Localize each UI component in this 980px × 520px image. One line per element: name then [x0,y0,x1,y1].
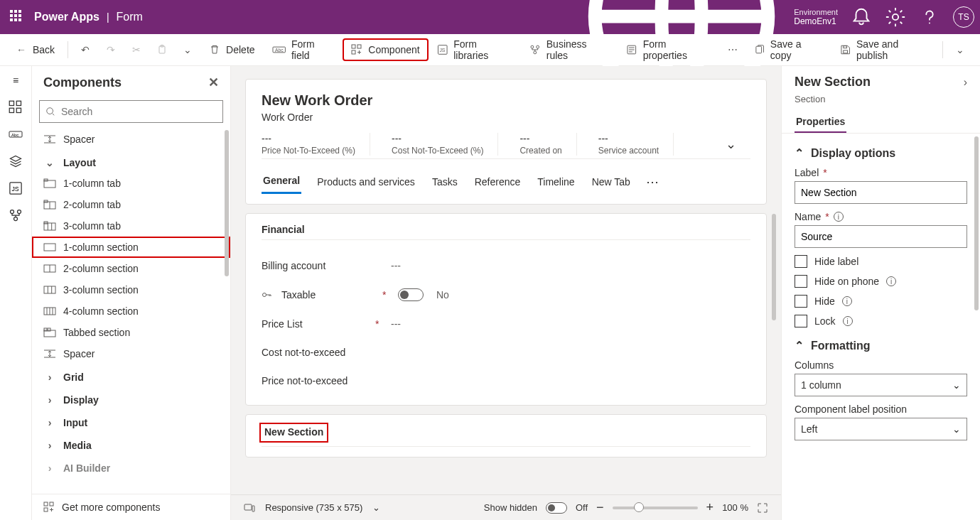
tab-new[interactable]: New Tab [591,170,632,193]
delete-button[interactable]: Delete [202,40,262,60]
paste-chevron[interactable]: ⌄ [176,40,199,60]
comp-tabbed-section[interactable]: Tabbed section [32,322,230,343]
tab-reference[interactable]: Reference [473,170,522,193]
app-name[interactable]: Power Apps [34,11,99,23]
check-hide[interactable]: Hidei [795,295,967,308]
zoom-slider[interactable] [613,507,698,509]
header-chevron[interactable]: ⌄ [726,133,750,156]
comp-spacer-top[interactable]: Spacer [32,129,230,150]
chevron-right-icon[interactable]: › [964,76,967,89]
comp-3col-tab[interactable]: 3-column tab [32,215,230,237]
toggle-off[interactable] [398,288,424,301]
close-icon[interactable]: ✕ [208,75,219,90]
info-icon[interactable]: i [842,296,852,306]
group-grid[interactable]: ›Grid [32,364,230,387]
check-hide-label[interactable]: Hide label [795,255,967,268]
redo-button[interactable]: ↷ [99,40,122,60]
get-more-components[interactable]: Get more components [32,494,230,520]
comp-3col-section[interactable]: 3-column section [32,279,230,300]
prop-body[interactable]: ⌃Display options Label* Name*i Hide labe… [782,134,980,520]
tab-general[interactable]: General [262,169,301,194]
tab-tasks[interactable]: Tasks [431,170,459,193]
comp-2col-tab[interactable]: 2-column tab [32,194,230,215]
scrollbar[interactable] [974,136,979,310]
info-icon[interactable]: i [843,316,853,326]
comp-2col-section[interactable]: 2-column section [32,258,230,279]
check-lock[interactable]: Locki [795,315,967,327]
rail-rules-icon[interactable] [9,208,23,222]
rail-js-icon[interactable]: JS [9,181,23,195]
form-field-button[interactable]: AbcForm field [265,34,342,65]
business-rules-button[interactable]: Business rules [522,34,616,65]
field-price-list[interactable]: Price List * --- [262,310,750,338]
avatar[interactable]: TS [953,6,974,28]
checkbox[interactable] [795,255,807,268]
columns-select[interactable]: 1 column⌄ [795,374,967,396]
gear-icon[interactable] [885,6,906,28]
form-libraries-button[interactable]: JSForm libraries [430,34,520,65]
section-financial[interactable]: Financial Billing account --- Taxable * … [245,213,767,406]
fit-icon[interactable] [757,502,768,514]
tab-products[interactable]: Products and services [316,170,416,193]
search-input[interactable] [39,100,223,123]
hamburger-icon[interactable]: ≡ [9,73,23,87]
info-icon[interactable]: i [886,276,896,286]
show-hidden-toggle[interactable] [546,502,567,514]
undo-button[interactable]: ↶ [74,40,97,60]
scrollbar[interactable] [772,214,776,320]
header-col[interactable]: ---Price Not-To-Exceed (%) [262,133,370,156]
chevron-down-icon[interactable]: ⌄ [372,502,380,513]
tabs-more[interactable]: ⋯ [646,174,660,190]
group-layout[interactable]: ⌄Layout [32,150,230,173]
save-publish-button[interactable]: Save and publish [833,34,937,65]
header-col[interactable]: ---Cost Not-To-Exceed (%) [392,133,498,156]
tab-timeline[interactable]: Timeline [536,170,576,193]
comp-spacer[interactable]: Spacer [32,343,230,364]
cut-button[interactable]: ✂ [125,40,148,60]
field-taxable[interactable]: Taxable * No [262,280,750,310]
section-new[interactable]: New Section [245,414,767,457]
waffle-icon[interactable] [10,10,24,24]
group-media[interactable]: ›Media [32,433,230,455]
form-header-card[interactable]: New Work Order Work Order ---Price Not-T… [245,79,767,205]
scrollbar[interactable] [225,130,229,276]
component-button[interactable]: Component [344,40,426,60]
checkbox[interactable] [795,295,807,308]
field-billing-account[interactable]: Billing account --- [262,251,750,280]
group-display-options[interactable]: ⌃Display options [795,146,967,160]
rail-field-icon[interactable]: Abc [9,127,23,141]
check-hide-phone[interactable]: Hide on phonei [795,275,967,288]
bell-icon[interactable] [851,6,872,28]
checkbox[interactable] [795,275,807,288]
responsive-label[interactable]: Responsive (735 x 575) [265,502,362,513]
label-input[interactable] [795,181,967,204]
components-list[interactable]: Spacer ⌄Layout 1-column tab 2-column tab… [32,129,230,494]
rail-layers-icon[interactable] [9,154,23,168]
help-icon[interactable] [919,6,940,28]
search-field[interactable] [61,106,217,117]
name-input[interactable] [795,225,967,248]
header-col[interactable]: ---Service account [598,133,674,156]
more-commands[interactable]: ⋯ [721,40,744,60]
prop-tab-properties[interactable]: Properties [795,112,846,133]
group-formatting[interactable]: ⌃Formatting [795,339,967,352]
back-button[interactable]: ←Back [9,40,62,60]
rail-components-icon[interactable] [9,100,23,114]
checkbox[interactable] [795,315,807,327]
field-price-nte[interactable]: Price not-to-exceed [262,367,750,395]
save-copy-button[interactable]: Save a copy [747,34,830,65]
comp-1col-tab[interactable]: 1-column tab [32,173,230,194]
header-col[interactable]: ---Created on [519,133,576,156]
field-cost-nte[interactable]: Cost not-to-exceed [262,338,750,367]
save-publish-chevron[interactable]: ⌄ [949,40,971,60]
group-display[interactable]: ›Display [32,387,230,410]
comp-4col-section[interactable]: 4-column section [32,300,230,322]
group-ai[interactable]: ›AI Builder [32,455,230,478]
group-input[interactable]: ›Input [32,410,230,433]
clp-select[interactable]: Left⌄ [795,418,967,440]
comp-1col-section[interactable]: 1-column section [32,237,230,258]
paste-button[interactable] [151,40,173,60]
canvas-scroll[interactable]: New Work Order Work Order ---Price Not-T… [231,66,781,494]
info-icon[interactable]: i [834,212,844,222]
zoom-in[interactable]: + [706,500,714,515]
